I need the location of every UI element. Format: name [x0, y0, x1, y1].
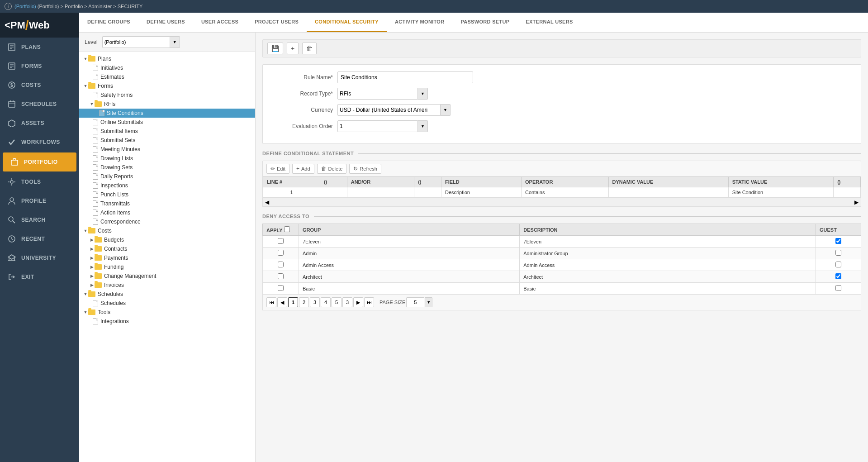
sidebar-item-workflows[interactable]: WORKFLOWS — [0, 133, 79, 152]
tree-node-forms[interactable]: ▼ Forms — [79, 81, 255, 90]
sidebar-item-university[interactable]: UNIVERSITY — [0, 248, 79, 267]
page-last[interactable]: ⏭ — [364, 297, 374, 307]
guest-admin-access-checkbox[interactable] — [835, 262, 841, 267]
workflows-label: WORKFLOWS — [21, 139, 60, 145]
apply-admin-access-checkbox[interactable] — [278, 262, 284, 267]
currency-wrap: USD - Dollar (United States of Ameri ▼ — [337, 104, 451, 116]
tree-node-tools[interactable]: ▼ Tools — [79, 308, 255, 317]
page-2[interactable]: 2 — [299, 297, 309, 307]
page-4[interactable]: 4 — [321, 297, 331, 307]
sidebar-item-search[interactable]: SEARCH — [0, 210, 79, 229]
tree-node-daily-reports[interactable]: Daily Reports — [79, 172, 255, 181]
page-1[interactable]: 1 — [288, 297, 298, 307]
guest-admin-checkbox[interactable] — [835, 250, 841, 256]
guest-basic-checkbox[interactable] — [835, 285, 841, 291]
currency-arrow[interactable]: ▼ — [441, 104, 451, 116]
tree-node-invoices[interactable]: ▶ Invoices — [79, 281, 255, 290]
tree-node-funding[interactable]: ▶ Funding — [79, 262, 255, 271]
tree-node-site-conditions[interactable]: Site Conditions — [79, 109, 255, 118]
sidebar-item-tools[interactable]: TOOLS — [0, 172, 79, 191]
tree-node-budgets[interactable]: ▶ Budgets — [79, 235, 255, 244]
sidebar-item-schedules[interactable]: SCHEDULES — [0, 95, 79, 114]
main-form-toolbar: 💾 + 🗑 — [262, 39, 861, 57]
info-icon[interactable]: i — [5, 3, 12, 10]
tab-define-groups[interactable]: DEFINE GROUPS — [79, 13, 138, 32]
tab-define-users[interactable]: DEFINE USERS — [138, 13, 193, 32]
tree-node-estimates[interactable]: Estimates — [79, 72, 255, 81]
tab-conditional-security[interactable]: CONDITIONAL SECURITY — [307, 13, 387, 32]
tree-node-inspections[interactable]: Inspections — [79, 181, 255, 190]
tree-node-online-submittals[interactable]: Online Submittals — [79, 118, 255, 127]
eval-order-arrow[interactable]: ▼ — [418, 120, 428, 132]
deny-cell-desc-admin-access: Admin Access — [520, 259, 816, 271]
level-select[interactable]: (Portfolio) — [102, 36, 170, 48]
guest-architect-checkbox[interactable] — [835, 273, 841, 279]
tab-user-access[interactable]: USER ACCESS — [193, 13, 247, 32]
tree-node-schedules-doc[interactable]: Schedules — [79, 299, 255, 308]
sidebar-item-assets[interactable]: ASSETS — [0, 114, 79, 133]
tree-node-safety-forms[interactable]: Safety Forms — [79, 90, 255, 100]
tree-node-schedules[interactable]: ▼ Schedules — [79, 290, 255, 299]
tree-node-integrations[interactable]: Integrations — [79, 317, 255, 326]
currency-select[interactable]: USD - Dollar (United States of Ameri — [337, 104, 441, 116]
page-size-input[interactable] — [406, 297, 424, 307]
sidebar-item-portfolio[interactable]: PORTFOLIO — [3, 152, 76, 171]
tab-project-users[interactable]: PROJECT USERS — [247, 13, 307, 32]
rule-name-input[interactable] — [337, 71, 473, 83]
tab-activity-monitor[interactable]: ACTIVITY MONITOR — [387, 13, 453, 32]
drawing-lists-label: Drawing Lists — [100, 155, 133, 162]
tree-node-plans[interactable]: ▼ Plans — [79, 54, 255, 63]
portfolio-link[interactable]: (Portfolio) — [14, 4, 36, 9]
tab-external-users[interactable]: EXTERNAL USERS — [517, 13, 581, 32]
guest-7eleven-checkbox[interactable] — [835, 238, 841, 244]
tree-node-rfis[interactable]: ▼ RFIs — [79, 100, 255, 109]
sidebar-item-profile[interactable]: PROFILE — [0, 191, 79, 210]
tree-node-submittal-sets[interactable]: Submittal Sets — [79, 136, 255, 145]
scroll-left[interactable]: ◀ — [265, 199, 269, 205]
tree-node-submittal-items[interactable]: Submittal Items — [79, 127, 255, 136]
payments-label: Payments — [104, 255, 128, 261]
save-button[interactable]: 💾 — [267, 43, 283, 54]
page-size-arrow[interactable]: ▼ — [425, 297, 432, 307]
page-prev[interactable]: ◀ — [277, 297, 287, 307]
eval-order-select[interactable]: 1 — [337, 120, 418, 132]
tree-node-costs[interactable]: ▼ Costs — [79, 226, 255, 235]
tree-node-punch-lists[interactable]: Punch Lists — [79, 190, 255, 199]
tree-node-contracts[interactable]: ▶ Contracts — [79, 244, 255, 253]
page-next[interactable]: ▶ — [353, 297, 363, 307]
tree-node-drawing-sets[interactable]: Drawing Sets — [79, 163, 255, 172]
scroll-right[interactable]: ▶ — [854, 199, 859, 205]
apply-basic-checkbox[interactable] — [278, 285, 284, 291]
page-first[interactable]: ⏮ — [266, 297, 276, 307]
sidebar-item-recent[interactable]: RECENT — [0, 229, 79, 248]
cond-add-button[interactable]: + Add — [292, 164, 314, 174]
sidebar-item-forms[interactable]: FORMS — [0, 57, 79, 76]
tree-node-transmittals[interactable]: Transmittals — [79, 199, 255, 208]
tab-password-setup[interactable]: PASSWORD SETUP — [452, 13, 517, 32]
tree-node-meeting-minutes[interactable]: Meeting Minutes — [79, 145, 255, 154]
level-select-arrow[interactable]: ▼ — [170, 36, 180, 48]
sidebar-item-exit[interactable]: EXIT — [0, 267, 79, 286]
refresh-button[interactable]: ↻ Refresh — [349, 164, 381, 174]
tree-node-payments[interactable]: ▶ Payments — [79, 253, 255, 262]
tree-node-initiatives[interactable]: Initiatives — [79, 63, 255, 72]
tree-node-drawing-lists[interactable]: Drawing Lists — [79, 154, 255, 163]
tree-node-action-items[interactable]: Action Items — [79, 208, 255, 217]
apply-7eleven-checkbox[interactable] — [278, 238, 284, 244]
page-5[interactable]: 5 — [332, 297, 342, 307]
apply-architect-checkbox[interactable] — [278, 273, 284, 279]
cond-delete-button[interactable]: 🗑 Delete — [317, 164, 347, 174]
tree-node-change-mgmt[interactable]: ▶ Change Management — [79, 271, 255, 281]
tree-node-correspondence[interactable]: Correspondence — [79, 217, 255, 226]
initiatives-label: Initiatives — [100, 65, 123, 71]
record-type-select[interactable]: RFIs — [337, 88, 418, 100]
apply-admin-checkbox[interactable] — [278, 250, 284, 256]
delete-button[interactable]: 🗑 — [302, 43, 317, 54]
record-type-arrow[interactable]: ▼ — [418, 88, 428, 100]
edit-button[interactable]: ✏ Edit — [266, 164, 289, 174]
sidebar-item-plans[interactable]: PLANS — [0, 38, 79, 57]
sidebar-item-costs[interactable]: $ COSTS — [0, 76, 79, 95]
add-button[interactable]: + — [287, 43, 299, 54]
apply-all-checkbox[interactable] — [284, 226, 290, 232]
page-3[interactable]: 3 — [310, 297, 320, 307]
